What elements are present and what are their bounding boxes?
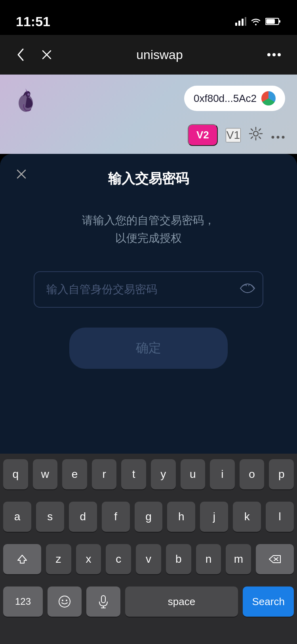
svg-point-4 xyxy=(255,24,257,25)
emoji-key[interactable] xyxy=(48,586,82,617)
key-i[interactable]: i xyxy=(210,459,235,489)
signal-icon xyxy=(235,17,246,26)
dapp-header: 0xf80d...5Ac2 V2 V1 xyxy=(0,75,297,154)
key-w[interactable]: w xyxy=(33,459,58,489)
svg-point-15 xyxy=(277,136,280,139)
microphone-key[interactable] xyxy=(86,586,120,617)
key-r[interactable]: r xyxy=(92,459,117,489)
key-b[interactable]: b xyxy=(166,544,191,574)
key-m[interactable]: m xyxy=(226,544,251,574)
modal-subtitle: 请输入您的自管交易密码，以便完成授权 xyxy=(58,212,239,247)
key-d[interactable]: d xyxy=(69,502,97,532)
numbers-key[interactable]: 123 xyxy=(3,586,43,617)
key-j[interactable]: j xyxy=(200,502,228,532)
v2-button[interactable]: V2 xyxy=(188,124,218,146)
search-key[interactable]: Search xyxy=(243,586,294,617)
key-v[interactable]: v xyxy=(136,544,161,574)
svg-rect-1 xyxy=(238,21,240,26)
key-u[interactable]: u xyxy=(181,459,206,489)
key-e[interactable]: e xyxy=(62,459,87,489)
svg-rect-2 xyxy=(242,19,244,26)
browser-nav: uniswap xyxy=(0,35,297,75)
key-l[interactable]: l xyxy=(266,502,294,532)
space-key[interactable]: space xyxy=(125,586,238,617)
svg-point-17 xyxy=(59,596,70,607)
wallet-avatar xyxy=(261,91,276,105)
settings-button[interactable] xyxy=(249,126,263,144)
key-h[interactable]: h xyxy=(167,502,195,532)
close-button[interactable] xyxy=(37,45,56,64)
keyboard-row-4: 123 space Search xyxy=(3,586,294,624)
key-c[interactable]: c xyxy=(106,544,131,574)
key-z[interactable]: z xyxy=(46,544,71,574)
wallet-address-text: 0xf80d...5Ac2 xyxy=(194,92,257,105)
browser-title: uniswap xyxy=(64,48,255,62)
status-icons xyxy=(235,17,281,26)
backspace-key[interactable] xyxy=(256,544,294,574)
password-input[interactable] xyxy=(34,271,263,308)
battery-icon xyxy=(265,17,281,25)
svg-rect-20 xyxy=(101,596,105,603)
key-g[interactable]: g xyxy=(135,502,163,532)
svg-rect-0 xyxy=(235,23,237,26)
confirm-button[interactable]: 确定 xyxy=(69,328,228,369)
keyboard-row-1: q w e r t y u i o p xyxy=(3,459,294,497)
keyboard: q w e r t y u i o p a s d f g h j k l z … xyxy=(0,454,297,644)
key-q[interactable]: q xyxy=(3,459,28,489)
password-input-wrapper xyxy=(34,271,263,308)
status-time: 11:51 xyxy=(16,14,50,29)
keyboard-row-3: z x c v b n m xyxy=(3,544,294,582)
wallet-address-button[interactable]: 0xf80d...5Ac2 xyxy=(184,86,285,111)
shift-key[interactable] xyxy=(3,544,41,574)
svg-rect-7 xyxy=(266,19,275,24)
key-s[interactable]: s xyxy=(36,502,64,532)
svg-point-18 xyxy=(62,600,63,601)
modal-title: 输入交易密码 xyxy=(108,170,189,188)
svg-point-16 xyxy=(282,136,285,139)
key-y[interactable]: y xyxy=(151,459,176,489)
key-f[interactable]: f xyxy=(102,502,130,532)
more-menu-button[interactable] xyxy=(263,49,285,61)
key-o[interactable]: o xyxy=(240,459,265,489)
modal-overlay: 输入交易密码 请输入您的自管交易密码，以便完成授权 确定 xyxy=(0,154,297,454)
svg-rect-3 xyxy=(245,17,246,26)
svg-point-8 xyxy=(267,53,270,56)
key-n[interactable]: n xyxy=(196,544,221,574)
keyboard-row-2: a s d f g h j k l xyxy=(3,502,294,539)
svg-point-10 xyxy=(278,53,281,56)
svg-point-12 xyxy=(27,93,30,96)
key-a[interactable]: a xyxy=(3,502,31,532)
svg-point-19 xyxy=(66,600,67,601)
svg-rect-6 xyxy=(279,20,280,23)
svg-point-13 xyxy=(253,131,258,136)
modal-close-button[interactable] xyxy=(16,168,27,183)
key-p[interactable]: p xyxy=(269,459,294,489)
svg-point-9 xyxy=(272,53,276,56)
version-bar: V2 V1 xyxy=(188,124,285,146)
v1-button[interactable]: V1 xyxy=(226,128,241,142)
uniswap-logo xyxy=(12,86,44,118)
back-button[interactable] xyxy=(12,44,29,66)
modal-header: 输入交易密码 xyxy=(0,154,297,196)
key-x[interactable]: x xyxy=(76,544,101,574)
wifi-icon xyxy=(250,17,261,26)
status-bar: 11:51 xyxy=(0,0,297,35)
key-k[interactable]: k xyxy=(233,502,261,532)
key-t[interactable]: t xyxy=(121,459,146,489)
dapp-more-button[interactable] xyxy=(271,128,285,142)
svg-point-14 xyxy=(272,136,274,139)
toggle-password-visibility-button[interactable] xyxy=(240,283,255,296)
